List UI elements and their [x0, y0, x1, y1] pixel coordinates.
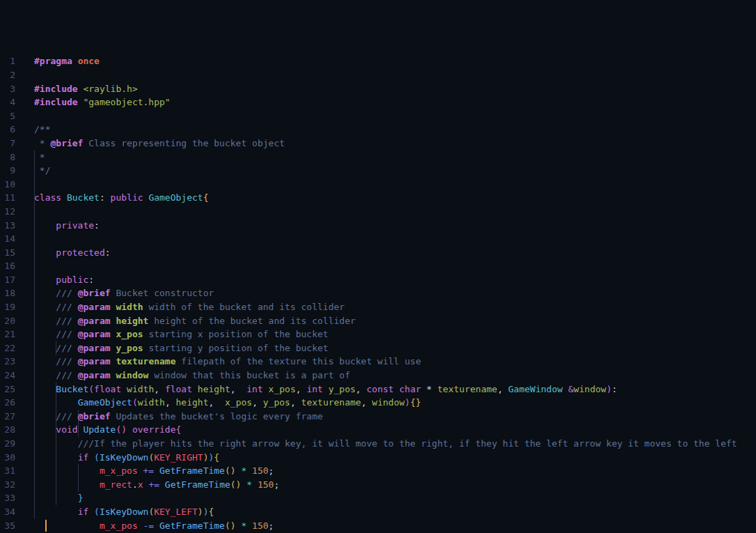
- code-line-11[interactable]: 11class Bucket: public GameObject{: [0, 191, 756, 205]
- code-line-5[interactable]: 5: [0, 109, 756, 123]
- line-number[interactable]: 30: [0, 451, 31, 465]
- line-number[interactable]: 2: [0, 68, 31, 82]
- line-number[interactable]: 31: [0, 464, 31, 478]
- code-text[interactable]: * @brief Class representing the bucket o…: [31, 137, 756, 150]
- line-number[interactable]: 12: [0, 205, 31, 219]
- code-text[interactable]: #include "gameobject.hpp": [31, 95, 756, 109]
- line-number[interactable]: 35: [0, 519, 31, 533]
- code-text[interactable]: /// @param x_pos starting x position of …: [31, 327, 756, 341]
- code-line-27[interactable]: 27 /// @brief Updates the bucket's logic…: [0, 410, 756, 424]
- code-text[interactable]: [31, 68, 756, 82]
- code-line-31[interactable]: 31 m_x_pos += GetFrameTime() * 150;: [0, 464, 756, 478]
- line-number[interactable]: 11: [0, 191, 31, 205]
- code-text[interactable]: ///If the player hits the right arrow ke…: [31, 437, 756, 451]
- code-text[interactable]: /// @param width width of the bucket and…: [31, 300, 756, 314]
- code-line-10[interactable]: 10: [0, 178, 756, 192]
- code-text[interactable]: Bucket(float width, float height, int x_…: [31, 383, 756, 396]
- line-number[interactable]: 32: [0, 478, 31, 492]
- code-text[interactable]: public:: [31, 273, 756, 287]
- line-number[interactable]: 15: [0, 246, 31, 260]
- code-line-19[interactable]: 19 /// @param width width of the bucket …: [0, 300, 756, 314]
- code-text[interactable]: [31, 205, 756, 219]
- code-line-12[interactable]: 12: [0, 205, 756, 219]
- code-line-17[interactable]: 17 public:: [0, 273, 756, 287]
- code-text[interactable]: GameObject(width, height, x_pos, y_pos, …: [31, 396, 756, 410]
- line-number[interactable]: 14: [0, 232, 31, 246]
- line-number[interactable]: 9: [0, 164, 31, 178]
- line-number[interactable]: 21: [0, 327, 31, 341]
- code-text[interactable]: /// @brief Updates the bucket's logic ev…: [31, 410, 756, 424]
- line-number[interactable]: 19: [0, 300, 31, 314]
- line-number[interactable]: 29: [0, 437, 31, 451]
- code-text[interactable]: /// @param height height of the bucket a…: [31, 314, 756, 328]
- line-number[interactable]: 3: [0, 82, 31, 96]
- code-text[interactable]: m_rect.x += GetFrameTime() * 150;: [31, 478, 756, 492]
- code-text[interactable]: /**: [31, 123, 756, 137]
- code-line-9[interactable]: 9 */: [0, 164, 756, 178]
- line-number[interactable]: 6: [0, 123, 31, 137]
- code-line-15[interactable]: 15 protected:: [0, 246, 756, 260]
- code-line-33[interactable]: 33 }: [0, 491, 756, 505]
- line-number[interactable]: 28: [0, 423, 31, 437]
- line-number[interactable]: 5: [0, 109, 31, 123]
- line-number[interactable]: 17: [0, 273, 31, 287]
- code-line-26[interactable]: 26 GameObject(width, height, x_pos, y_po…: [0, 396, 756, 410]
- code-text[interactable]: /// @brief Bucket constructor: [31, 286, 756, 300]
- code-line-34[interactable]: 34 if (IsKeyDown(KEY_LEFT)){: [0, 505, 756, 519]
- code-line-8[interactable]: 8 *: [0, 150, 756, 164]
- code-text[interactable]: }: [31, 491, 756, 505]
- line-number[interactable]: 25: [0, 383, 31, 396]
- code-line-3[interactable]: 3#include <raylib.h>: [0, 82, 756, 96]
- line-number[interactable]: 34: [0, 505, 31, 519]
- code-text[interactable]: #pragma once: [31, 54, 756, 68]
- code-text[interactable]: m_x_pos += GetFrameTime() * 150;: [31, 464, 756, 478]
- code-line-21[interactable]: 21 /// @param x_pos starting x position …: [0, 327, 756, 341]
- code-line-35[interactable]: 35 m_x_pos -= GetFrameTime() * 150;: [0, 519, 756, 533]
- code-line-1[interactable]: 1#pragma once: [0, 54, 756, 68]
- line-number[interactable]: 23: [0, 355, 31, 369]
- code-line-2[interactable]: 2: [0, 68, 756, 82]
- code-line-29[interactable]: 29 ///If the player hits the right arrow…: [0, 437, 756, 451]
- line-number[interactable]: 7: [0, 137, 31, 150]
- code-text[interactable]: protected:: [31, 246, 756, 260]
- code-text[interactable]: void Update() override{: [31, 423, 756, 437]
- line-number[interactable]: 20: [0, 314, 31, 328]
- code-line-25[interactable]: 25 Bucket(float width, float height, int…: [0, 383, 756, 396]
- code-line-30[interactable]: 30 if (IsKeyDown(KEY_RIGHT)){: [0, 451, 756, 465]
- code-line-6[interactable]: 6/**: [0, 123, 756, 137]
- code-text[interactable]: if (IsKeyDown(KEY_RIGHT)){: [31, 451, 756, 465]
- line-number[interactable]: 24: [0, 369, 31, 383]
- code-line-7[interactable]: 7 * @brief Class representing the bucket…: [0, 137, 756, 150]
- code-text[interactable]: [31, 232, 756, 246]
- code-editor[interactable]: 1#pragma once23#include <raylib.h>4#incl…: [0, 0, 756, 533]
- code-line-18[interactable]: 18 /// @brief Bucket constructor: [0, 286, 756, 300]
- code-line-28[interactable]: 28 void Update() override{: [0, 423, 756, 437]
- code-line-23[interactable]: 23 /// @param texturename filepath of th…: [0, 355, 756, 369]
- line-number[interactable]: 8: [0, 150, 31, 164]
- line-number[interactable]: 13: [0, 219, 31, 233]
- line-number[interactable]: 1: [0, 54, 31, 68]
- code-line-14[interactable]: 14: [0, 232, 756, 246]
- line-number[interactable]: 26: [0, 396, 31, 410]
- code-text[interactable]: [31, 259, 756, 273]
- code-line-24[interactable]: 24 /// @param window window that this bu…: [0, 369, 756, 383]
- line-number[interactable]: 18: [0, 286, 31, 300]
- code-text[interactable]: *: [31, 150, 756, 164]
- line-number[interactable]: 27: [0, 410, 31, 424]
- code-text[interactable]: class Bucket: public GameObject{: [31, 191, 756, 205]
- code-text[interactable]: */: [31, 164, 756, 178]
- line-number[interactable]: 16: [0, 259, 31, 273]
- code-text[interactable]: #include <raylib.h>: [31, 82, 756, 96]
- code-line-16[interactable]: 16: [0, 259, 756, 273]
- code-text[interactable]: /// @param texturename filepath of the t…: [31, 355, 756, 369]
- line-number[interactable]: 33: [0, 491, 31, 505]
- code-text[interactable]: [31, 178, 756, 192]
- code-line-13[interactable]: 13 private:: [0, 219, 756, 233]
- code-line-32[interactable]: 32 m_rect.x += GetFrameTime() * 150;: [0, 478, 756, 492]
- code-text[interactable]: m_x_pos -= GetFrameTime() * 150;: [31, 519, 756, 533]
- code-text[interactable]: /// @param window window that this bucke…: [31, 369, 756, 383]
- code-line-20[interactable]: 20 /// @param height height of the bucke…: [0, 314, 756, 328]
- line-number[interactable]: 22: [0, 341, 31, 355]
- line-number[interactable]: 10: [0, 178, 31, 192]
- code-text[interactable]: private:: [31, 219, 756, 233]
